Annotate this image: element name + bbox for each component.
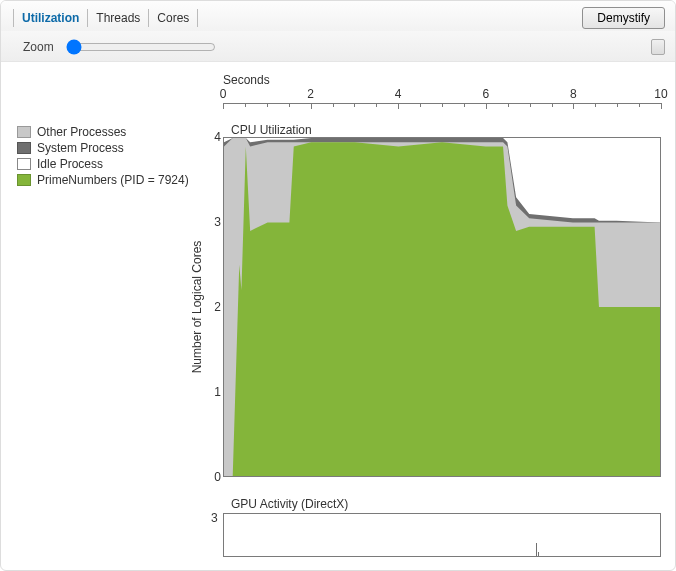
swatch-system-icon <box>17 142 31 154</box>
cpu-utilization-plot[interactable] <box>223 137 661 477</box>
y-tick-label: 3 <box>214 215 221 229</box>
swatch-other-icon <box>17 126 31 138</box>
x-tick-label: 10 <box>654 87 667 101</box>
gpu-spike <box>536 543 537 556</box>
legend-label: Other Processes <box>37 125 126 139</box>
profiler-window: Utilization Threads Cores Demystify Zoom… <box>0 0 676 571</box>
tab-threads[interactable]: Threads <box>87 9 148 27</box>
legend-item-prime: PrimeNumbers (PID = 7924) <box>17 173 197 187</box>
chart-title: CPU Utilization <box>231 123 312 137</box>
x-axis-title: Seconds <box>223 73 270 87</box>
y-tick-label: 0 <box>214 470 221 484</box>
chart-column: Seconds 0246810 CPU Utilization Number o… <box>199 67 661 570</box>
swatch-idle-icon <box>17 158 31 170</box>
legend-label: PrimeNumbers (PID = 7924) <box>37 173 189 187</box>
gpu-activity-plot[interactable] <box>223 513 661 557</box>
zoom-label: Zoom <box>23 40 54 54</box>
y-axis-ticks: 01234 <box>205 137 221 477</box>
legend-label: System Process <box>37 141 124 155</box>
legend-item-idle: Idle Process <box>17 157 197 171</box>
content-area: Other Processes System Process Idle Proc… <box>1 67 675 570</box>
x-tick-label: 8 <box>570 87 577 101</box>
y-axis-title: Number of Logical Cores <box>187 137 207 477</box>
top-toolbar: Utilization Threads Cores Demystify <box>1 1 675 31</box>
gpu-spike <box>538 552 539 556</box>
x-tick-label: 6 <box>482 87 489 101</box>
legend-label: Idle Process <box>37 157 103 171</box>
tab-utilization[interactable]: Utilization <box>13 9 87 27</box>
gpu-y-tick: 3 <box>211 511 218 525</box>
scrollbar-end-cap[interactable] <box>651 39 665 55</box>
legend-item-system: System Process <box>17 141 197 155</box>
x-tick-label: 2 <box>307 87 314 101</box>
legend: Other Processes System Process Idle Proc… <box>17 125 197 189</box>
time-ruler: 0246810 <box>223 89 661 109</box>
demystify-button[interactable]: Demystify <box>582 7 665 29</box>
swatch-prime-icon <box>17 174 31 186</box>
layer-prime <box>224 138 660 476</box>
legend-item-other: Other Processes <box>17 125 197 139</box>
x-tick-label: 4 <box>395 87 402 101</box>
y-tick-label: 2 <box>214 300 221 314</box>
gpu-chart-title: GPU Activity (DirectX) <box>231 497 348 511</box>
zoom-row: Zoom <box>1 31 675 62</box>
zoom-slider[interactable] <box>66 39 216 55</box>
y-tick-label: 4 <box>214 130 221 144</box>
view-tabs: Utilization Threads Cores <box>13 9 198 27</box>
x-tick-label: 0 <box>220 87 227 101</box>
tab-cores[interactable]: Cores <box>148 9 198 27</box>
y-tick-label: 1 <box>214 385 221 399</box>
